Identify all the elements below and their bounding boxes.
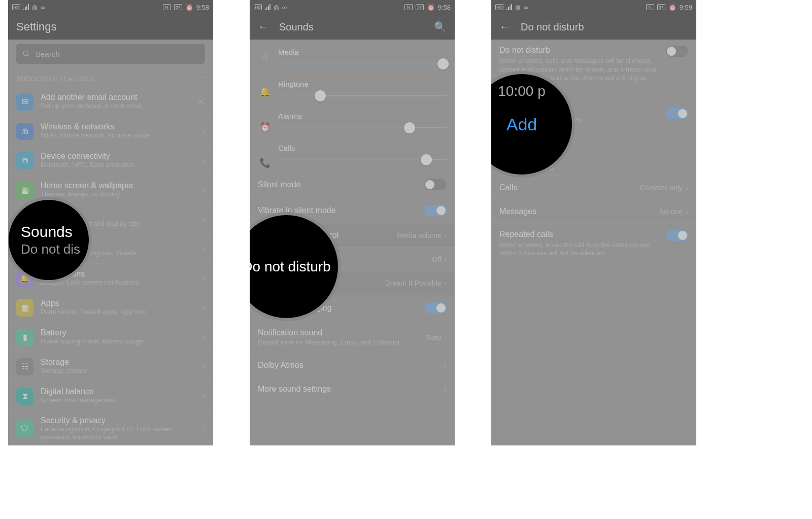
chevron-up-icon: ⌃ — [199, 75, 205, 83]
toggle-repeated[interactable] — [666, 230, 688, 241]
dnd-screen: HD ⋒ ∞ N 57 ⏰ 9:59 ← Do not disturb Do n… — [491, 0, 696, 445]
status-bar: HD ⋒ ∞ N 57 ⏰ 9:59 — [491, 0, 696, 14]
chevron-right-icon: › — [202, 332, 205, 342]
row-value: Dream It Possible — [385, 279, 441, 287]
row-value: Off — [432, 255, 441, 263]
slider-ringtone-label: Ringtone — [278, 80, 447, 88]
row-value: No one — [660, 207, 683, 216]
row-calls[interactable]: Calls Contacts only› — [491, 176, 696, 199]
row-messages[interactable]: Messages No one› — [491, 199, 696, 223]
chevron-right-icon: › — [444, 231, 447, 239]
slider-alarms[interactable] — [278, 127, 447, 128]
alarm-icon: ⏰ — [185, 4, 193, 11]
svg-line-1 — [27, 55, 29, 56]
slider-calls[interactable] — [278, 159, 447, 160]
row-title: Messages — [499, 207, 536, 216]
toggle-scheduled[interactable] — [666, 108, 688, 119]
phone-icon: 📞 — [258, 157, 272, 168]
status-bar: HD ⋒ ∞ N 57 ⏰ 9:58 — [250, 0, 455, 14]
row-apps[interactable]: ▦ AppsPermissions, Default apps, App twi… — [8, 293, 213, 322]
row-title: More sound settings — [258, 385, 331, 394]
toggle-silent[interactable] — [424, 179, 447, 190]
battery-icon: ▮ — [16, 329, 33, 346]
row-dolby[interactable]: Dolby Atmos › — [250, 353, 455, 377]
row-subtitle: Permissions, Default apps, App twin — [41, 308, 195, 316]
chevron-right-icon: › — [202, 302, 205, 313]
page-title: Do not disturb — [521, 21, 584, 33]
chevron-right-icon: › — [444, 333, 447, 341]
music-icon: ♫ — [258, 51, 272, 61]
row-subtitle: Power saving mode, Battery usage — [41, 337, 195, 345]
chevron-right-icon: › — [202, 185, 205, 195]
chevron-right-icon: › — [444, 255, 447, 263]
row-email[interactable]: ✉ Add another email accountSet up your p… — [8, 87, 213, 116]
chevron-right-icon: › — [202, 126, 205, 136]
search-icon — [22, 50, 30, 58]
toggle-dnd[interactable] — [666, 46, 688, 57]
row-device-conn[interactable]: ⧉ Device connectivityBluetooth, NFC, Eas… — [8, 146, 213, 175]
zoom-line1: Sounds — [21, 223, 73, 240]
row-title: Digital balance — [41, 387, 195, 396]
bell-icon: 🔔 — [258, 86, 272, 97]
row-digital-balance[interactable]: ⧗ Digital balanceScreen time management … — [8, 381, 213, 410]
row-value: Media volume — [397, 231, 441, 239]
row-subtitle: Screen time management — [41, 396, 195, 404]
alarm-icon: ⏰ — [427, 4, 435, 11]
clock-text: 9:58 — [196, 4, 209, 11]
header: Settings — [8, 14, 213, 40]
wifi-icon: ⋒ — [515, 4, 521, 11]
row-desc: When enabled, a second call from the sam… — [499, 241, 658, 258]
slider-media-label: Media — [278, 48, 447, 56]
back-button[interactable]: ← — [258, 20, 269, 33]
hd-icon: HD — [12, 4, 20, 10]
alarm-icon: ⏰ — [258, 122, 272, 133]
shield-icon: 🛡 — [16, 420, 33, 437]
row-battery[interactable]: ▮ BatteryPower saving mode, Battery usag… — [8, 322, 213, 352]
row-value: Step — [427, 333, 442, 341]
slider-alarms-label: Alarms — [278, 112, 447, 120]
chevron-right-icon: › — [202, 273, 205, 284]
row-more-sound[interactable]: More sound settings › — [250, 377, 455, 401]
settings-screen: HD ⋒ ∞ N 57 ⏰ 9:58 Settings Search SUGGE… — [8, 0, 213, 445]
devices-icon: ⧉ — [16, 152, 33, 169]
row-subtitle: Themes, Always on display — [41, 190, 195, 198]
close-icon[interactable]: ✕ — [197, 96, 205, 108]
row-title: Wireless & networks — [41, 122, 195, 131]
row-title: Battery — [41, 328, 195, 337]
zoom-callout-sounds: Sounds Do not dis — [8, 197, 92, 283]
search-input[interactable]: Search — [16, 44, 205, 64]
row-notif-sound[interactable]: Notification soundDefault tone for Messa… — [250, 321, 455, 353]
search-icon[interactable]: 🔍 — [434, 21, 447, 33]
sounds-screen: HD ⋒ ∞ N 57 ⏰ 9:58 ← Sounds 🔍 ♫ Media — [250, 0, 455, 445]
section-header[interactable]: SUGGESTED FEATURES ⌃ — [8, 68, 213, 87]
hourglass-icon: ⧗ — [16, 388, 33, 405]
row-silent[interactable]: Silent mode — [250, 171, 455, 197]
row-security[interactable]: 🛡 Security & privacyFace recognition, Fi… — [8, 410, 213, 445]
row-repeated[interactable]: Repeated calls When enabled, a second ca… — [491, 223, 696, 264]
wifi-icon: ⋒ — [32, 4, 38, 11]
back-button[interactable]: ← — [499, 20, 511, 33]
row-title: Home screen & wallpaper — [41, 181, 195, 190]
slider-media[interactable] — [278, 63, 447, 64]
chevron-right-icon: › — [202, 214, 205, 225]
row-title: Do not disturb — [499, 46, 658, 55]
toggle-vibrate-ring[interactable] — [424, 302, 447, 314]
row-wireless[interactable]: ⋒ Wireless & networksWi-Fi, Mobile netwo… — [8, 116, 213, 146]
row-title: Notification sound — [258, 328, 322, 337]
row-storage[interactable]: ☷ StorageStorage cleaner › — [8, 352, 213, 381]
row-subtitle: Set up your personal or work email — [41, 102, 190, 110]
zoom-time: 10:00 p — [498, 83, 545, 99]
chevron-right-icon: › — [444, 361, 447, 369]
signal-icon — [265, 4, 270, 10]
slider-ringtone[interactable] — [278, 95, 447, 96]
chevron-right-icon: › — [444, 279, 447, 287]
status-bar: HD ⋒ ∞ N 57 ⏰ 9:58 — [8, 0, 213, 14]
row-subtitle: Wi-Fi, Mobile network, Airplane mode — [41, 131, 195, 140]
toggle-vibrate-silent[interactable] — [424, 205, 447, 216]
section-label: SUGGESTED FEATURES — [16, 75, 94, 83]
hd-icon: HD — [254, 4, 262, 10]
zoom-text: Do not disturb — [250, 259, 331, 275]
chevron-right-icon: › — [202, 424, 205, 434]
row-title: Repeated calls — [499, 230, 658, 239]
row-title: Apps — [41, 299, 195, 308]
